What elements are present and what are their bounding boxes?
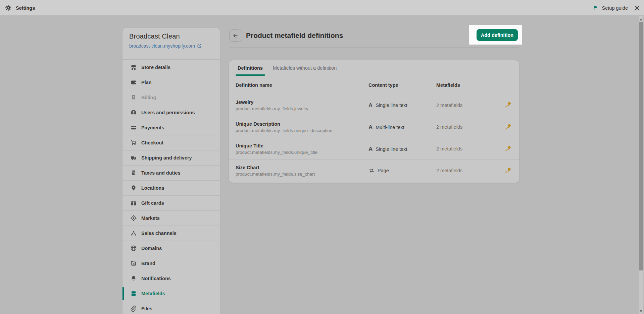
sidebar-item-label: Locations xyxy=(141,185,164,191)
tab-metafields-without-definition[interactable]: Metafields without a definition xyxy=(273,60,337,76)
sidebar-item-users-and-permissions[interactable]: Users and permissions xyxy=(122,105,220,120)
topbar: Settings Setup guide xyxy=(0,0,644,16)
pin-button[interactable] xyxy=(504,101,512,109)
table-row[interactable]: Jewelryproduct.metafields.my_fields.jewe… xyxy=(229,94,519,116)
column-definition-name: Definition name xyxy=(236,82,272,88)
metafields-count: 2 metafields xyxy=(436,103,462,108)
sidebar-item-brand[interactable]: Brand xyxy=(122,256,220,271)
external-link-icon xyxy=(197,44,202,48)
content-type-label: Page xyxy=(378,168,389,173)
sidebar-item-label: Shipping and delivery xyxy=(141,155,192,161)
scrollbar[interactable] xyxy=(639,16,643,314)
back-button[interactable] xyxy=(229,29,241,42)
sidebar-item-label: Gift cards xyxy=(141,200,164,206)
tab-definitions[interactable]: Definitions xyxy=(238,60,263,76)
sidebar-item-billing[interactable]: $Billing xyxy=(122,90,220,105)
billing-icon: $ xyxy=(130,94,137,101)
files-icon xyxy=(130,305,137,312)
definition-name-cell: Unique Titleproduct.metafields.my_fields… xyxy=(236,143,317,155)
users-icon xyxy=(130,109,137,116)
sidebar-item-label: Notifications xyxy=(141,276,171,281)
gift-cards-icon xyxy=(130,200,137,206)
table-row[interactable]: Unique Descriptionproduct.metafields.my_… xyxy=(229,116,519,138)
sidebar-item-metafields[interactable]: Metafields xyxy=(122,286,220,301)
sidebar-item-store-details[interactable]: Store details xyxy=(122,60,220,75)
back-arrow-icon xyxy=(232,33,239,39)
pin-icon xyxy=(504,145,512,153)
sidebar-item-label: Billing xyxy=(141,95,156,100)
content-type-label: Multi-line text xyxy=(376,124,404,130)
definition-key: product.metafields.my_fields.unique_desc… xyxy=(236,128,332,133)
table-row[interactable]: Size Chartproduct.metafields.my_fields.s… xyxy=(229,160,519,181)
store-domain-link[interactable]: broadcast-clean.myshopify.com xyxy=(129,43,202,49)
pin-icon xyxy=(504,123,512,131)
store-icon xyxy=(130,64,137,71)
sidebar-item-label: Payments xyxy=(141,125,164,130)
definition-name: Unique Title xyxy=(236,143,317,148)
sidebar-item-label: Domains xyxy=(141,246,162,251)
sidebar-item-shipping-and-delivery[interactable]: Shipping and delivery xyxy=(122,150,220,165)
sidebar-item-label: Plan xyxy=(141,80,152,85)
sidebar-item-locations[interactable]: Locations xyxy=(122,180,220,195)
reference-arrows-icon xyxy=(368,168,375,174)
definition-name: Unique Description xyxy=(236,121,332,127)
sidebar-item-label: Taxes and duties xyxy=(141,170,181,176)
flag-icon xyxy=(593,5,599,11)
pin-button[interactable] xyxy=(504,123,512,131)
sidebar-item-gift-cards[interactable]: Gift cards xyxy=(122,195,220,210)
definition-key: product.metafields.my_fields.jewelry xyxy=(236,106,308,111)
column-content-type: Content type xyxy=(368,82,398,88)
store-header: Broadcast Clean broadcast-clean.myshopif… xyxy=(122,28,220,60)
page-title: Product metafield definitions xyxy=(246,32,343,40)
content-type-label: Single line text xyxy=(376,146,407,151)
scrollbar-thumb[interactable] xyxy=(639,22,643,270)
single-line-text-icon: A xyxy=(368,102,373,108)
payments-icon xyxy=(130,124,137,131)
sidebar-item-label: Files xyxy=(141,306,152,311)
sidebar-item-domains[interactable]: Domains xyxy=(122,241,220,256)
sidebar-item-sales-channels[interactable]: Sales channels xyxy=(122,226,220,241)
content-type-label: Single line text xyxy=(376,103,407,108)
pin-button[interactable] xyxy=(504,167,512,175)
metafields-icon xyxy=(130,290,137,297)
sidebar-item-plan[interactable]: Plan xyxy=(122,75,220,90)
sidebar-item-label: Brand xyxy=(141,261,155,266)
sidebar-item-payments[interactable]: Payments xyxy=(122,120,220,135)
metafields-count: 2 metafields xyxy=(436,168,462,173)
sidebar-item-label: Metafields xyxy=(141,291,165,296)
setup-guide-label: Setup guide xyxy=(602,5,628,11)
definition-name-cell: Unique Descriptionproduct.metafields.my_… xyxy=(236,121,332,133)
sidebar-item-label: Markets xyxy=(141,215,160,221)
sidebar-item-label: Sales channels xyxy=(141,231,177,236)
add-definition-button[interactable]: Add definition xyxy=(477,29,518,41)
sidebar-item-files[interactable]: Files xyxy=(122,301,220,314)
close-icon[interactable] xyxy=(633,4,641,12)
sidebar-item-notifications[interactable]: Notifications xyxy=(122,271,220,286)
scroll-down-arrow[interactable] xyxy=(640,310,642,312)
pin-button[interactable] xyxy=(504,145,512,153)
sidebar-item-markets[interactable]: Markets xyxy=(122,210,220,226)
settings-sidebar: Broadcast Clean broadcast-clean.myshopif… xyxy=(122,28,220,314)
content-type-cell: ASingle line text xyxy=(368,102,407,108)
sidebar-item-checkout[interactable]: Checkout xyxy=(122,135,220,150)
brand-icon xyxy=(130,260,137,267)
sales-channels-icon xyxy=(130,230,137,237)
table-row[interactable]: Unique Titleproduct.metafields.my_fields… xyxy=(229,138,519,160)
scroll-up-arrow[interactable] xyxy=(640,18,642,20)
definition-name: Jewelry xyxy=(236,99,308,105)
active-indicator xyxy=(122,287,124,300)
sidebar-item-taxes-and-duties[interactable]: %Taxes and duties xyxy=(122,165,220,180)
metafields-count: 2 metafields xyxy=(436,146,462,151)
sidebar-item-label: Users and permissions xyxy=(141,110,195,115)
taxes-icon: % xyxy=(130,170,137,176)
sidebar-item-label: Store details xyxy=(141,65,170,70)
metafields-count: 2 metafields xyxy=(436,124,462,130)
definition-name-cell: Size Chartproduct.metafields.my_fields.s… xyxy=(236,165,315,177)
content-type-cell: AMulti-line text xyxy=(368,124,404,130)
plan-icon xyxy=(130,79,137,86)
notifications-icon xyxy=(130,275,137,282)
single-line-text-icon: A xyxy=(368,146,373,152)
locations-icon xyxy=(130,185,137,191)
settings-window: Settings Setup guide Broadcast Clean bro… xyxy=(0,0,644,314)
setup-guide-button[interactable]: Setup guide xyxy=(593,0,628,16)
